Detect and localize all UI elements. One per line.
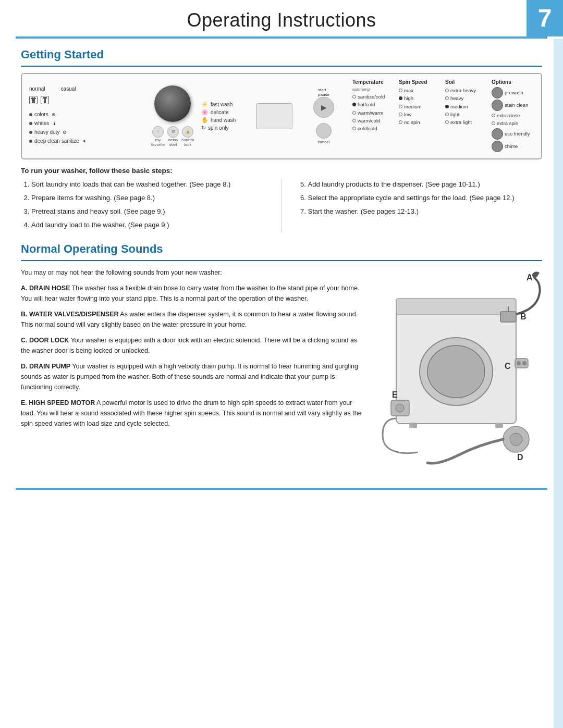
svg-point-8 xyxy=(522,361,527,365)
column-divider xyxy=(282,179,282,233)
stain-clean-button[interactable] xyxy=(492,100,503,111)
sound-item-b: B. WATER VALVES/DISPENSER As water enter… xyxy=(21,309,365,330)
door-lock-text: Your washer is equipped with a door lock… xyxy=(21,337,357,354)
sounds-intro: You may or may not hear the following so… xyxy=(21,267,365,278)
sounds-text-col: You may or may not hear the following so… xyxy=(21,267,365,477)
washer-diagram: A B C D xyxy=(375,267,542,477)
light-label: light xyxy=(450,111,459,118)
temperature-header: Temperature xyxy=(352,79,395,85)
normal-sounds-divider xyxy=(21,260,542,261)
options-col: Options prewash stain clean extra rinse … xyxy=(492,79,534,153)
step-7: Start the washer. (See pages 12-13.) xyxy=(308,206,543,217)
heavy-duty-label: heavy duty xyxy=(34,128,59,137)
sound-item-a: A. DRAIN HOSE The washer has a flexible … xyxy=(21,283,365,304)
warm-warm-label: warm/warm xyxy=(358,109,383,116)
high-speed-motor-label: HIGH SPEED MOTOR xyxy=(29,399,95,406)
extra-heavy-radio[interactable] xyxy=(445,89,449,92)
hot-cold-radio[interactable] xyxy=(352,103,356,106)
spin-speed-header: Spin Speed xyxy=(399,79,441,85)
control-lock-button[interactable]: 🔒 xyxy=(182,126,193,138)
start-pause-area: startpause ▶ cancel xyxy=(300,88,347,144)
main-selector-knob[interactable] xyxy=(154,85,191,122)
extra-rinse-radio[interactable] xyxy=(492,114,495,117)
extra-rinse-label: extra rinse xyxy=(497,112,520,119)
cancel-button[interactable] xyxy=(316,123,332,139)
sound-letter-c: C. xyxy=(21,337,29,344)
light-radio[interactable] xyxy=(445,113,449,116)
steps-section: To run your washer, follow these basic s… xyxy=(21,167,542,233)
eco-friendly-button[interactable] xyxy=(492,128,503,140)
warm-cold-label: warm/cold xyxy=(358,117,380,124)
start-pause-button[interactable]: ▶ xyxy=(313,97,334,118)
display-screen xyxy=(256,103,292,129)
warm-warm-radio[interactable] xyxy=(352,111,356,115)
normal-label: normal xyxy=(29,86,45,92)
right-accent-bar xyxy=(554,39,563,728)
sound-item-e: E. HIGH SPEED MOTOR A powerful motor is … xyxy=(21,398,365,429)
settings-panel: Temperature autotemp sanitize/cold hot/c… xyxy=(352,79,534,153)
sound-letter-a: A. xyxy=(21,285,29,292)
whites-label: whites xyxy=(34,119,49,128)
warm-cold-radio[interactable] xyxy=(352,119,356,122)
cycle-options: colors⊛ whites🌡 heavy duty⚙ deep clean s… xyxy=(29,110,144,146)
panel-cycle-labels: normal casual colors⊛ xyxy=(29,86,144,146)
casual-label: casual xyxy=(61,86,76,92)
display-area xyxy=(253,103,295,129)
chime-button[interactable] xyxy=(492,141,503,152)
no-spin-radio[interactable] xyxy=(399,120,402,124)
chime-label: chime xyxy=(505,143,518,150)
low-radio[interactable] xyxy=(399,113,402,116)
extra-light-radio[interactable] xyxy=(445,120,449,124)
my-favorite-button[interactable]: ♡ xyxy=(152,126,164,138)
sanitize-cold-radio[interactable] xyxy=(352,95,356,98)
max-label: max xyxy=(404,87,413,94)
steps-left-col: Sort laundry into loads that can be wash… xyxy=(21,179,266,233)
spin-speed-col: Spin Speed max high medium low no spin xyxy=(399,79,441,153)
page-number: 7 xyxy=(538,6,552,31)
sanitize-icon: ✦ xyxy=(82,138,87,145)
temperature-col: Temperature autotemp sanitize/cold hot/c… xyxy=(352,79,395,153)
delay-start-button[interactable]: ⏱ xyxy=(167,126,179,138)
page-tab: 7 xyxy=(527,0,563,36)
drain-hose-label: DRAIN HOSE xyxy=(29,285,70,292)
soil-header: Soil xyxy=(445,79,487,85)
heavy-radio[interactable] xyxy=(445,96,449,100)
drain-hose-text: The washer has a flexible drain hose to … xyxy=(21,285,359,302)
low-label: low xyxy=(404,111,411,118)
getting-started-heading: Getting Started xyxy=(21,48,542,61)
water-valves-label: WATER VALVES/DISPENSER xyxy=(29,311,119,318)
max-radio[interactable] xyxy=(399,89,402,92)
svg-rect-4 xyxy=(500,312,516,322)
label-b-text: B xyxy=(520,312,527,321)
fast-wash-label: fast wash xyxy=(211,102,232,107)
delicate-icon: 🌸 xyxy=(201,109,209,116)
colors-label: colors xyxy=(34,110,48,119)
medium-soil-label: medium xyxy=(450,103,468,110)
svg-rect-1 xyxy=(396,299,516,314)
steps-heading: To run your washer, follow these basic s… xyxy=(21,167,542,175)
function-buttons: ♡ myfavorite ⏱ delaystart 🔒 controllock xyxy=(151,126,194,147)
svg-rect-13 xyxy=(409,423,417,428)
washer-svg: A B C D xyxy=(375,267,542,476)
my-favorite-label: myfavorite xyxy=(151,138,165,147)
delay-start-label: delaystart xyxy=(168,138,178,147)
medium-radio[interactable] xyxy=(399,105,402,108)
svg-point-12 xyxy=(396,404,404,412)
start-pause-label: startpause xyxy=(318,88,329,97)
svg-point-3 xyxy=(427,346,485,398)
extra-light-label: extra light xyxy=(450,119,472,126)
cold-cold-radio[interactable] xyxy=(352,127,356,130)
door-lock-label: DOOR LOCK xyxy=(29,337,69,344)
step-1: Sort laundry into loads that can be wash… xyxy=(31,179,266,190)
medium-soil-radio[interactable] xyxy=(445,105,449,108)
colors-icon: ⊛ xyxy=(52,111,56,118)
spin-only-label: spin only xyxy=(208,125,228,131)
fast-wash-icon: ⚡ xyxy=(201,101,209,108)
step-4: Add laundry load to the washer. (See pag… xyxy=(31,219,266,231)
prewash-button[interactable] xyxy=(492,87,503,98)
right-cycle-options: ⚡ fast wash 🌸 delicate ✋ hand wash ↻ spi… xyxy=(201,101,248,131)
extra-spin-radio[interactable] xyxy=(492,121,495,125)
svg-point-10 xyxy=(510,433,522,446)
control-lock-label: controllock xyxy=(181,138,194,147)
high-radio[interactable] xyxy=(399,96,402,100)
